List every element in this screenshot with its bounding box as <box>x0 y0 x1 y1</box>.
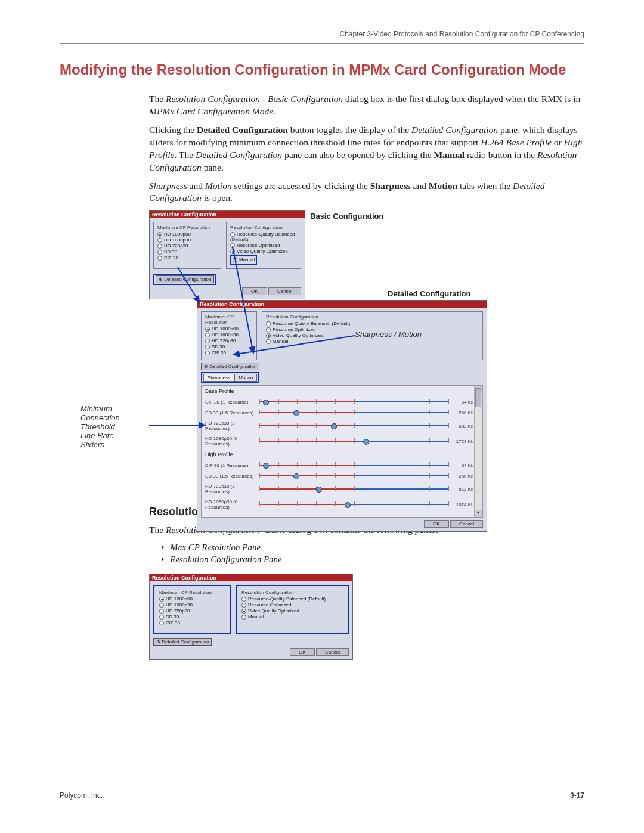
slider-row: SD 30 (1.5 Resources)256 Kbps <box>205 473 479 479</box>
figure-zone-2: Resolution Configuration Maximum CP Reso… <box>149 574 584 660</box>
bullet-maxcp: Max CP Resolution Pane <box>161 543 584 553</box>
radio-hd1080p60-2[interactable]: HD 1080p60 <box>205 326 253 332</box>
tab-motion[interactable]: Motion <box>234 374 257 382</box>
slider-track[interactable] <box>259 423 448 429</box>
detailed-config-toggle-2[interactable]: ⊖ Detailed Configuration <box>201 363 259 370</box>
label-sharpness-motion: Sharpness / Motion <box>355 330 422 339</box>
ok-button-3[interactable]: OK <box>290 648 315 656</box>
tab-sharpness[interactable]: Sharpness <box>203 374 234 382</box>
radio-cif30-3[interactable]: CIF 30 <box>159 620 225 625</box>
detailed-config-toggle[interactable]: ⊕ Detailed Configuration <box>156 275 214 283</box>
slider-pane: Base Profile CIF 30 (1 Resource)64 KbpsS… <box>201 385 483 518</box>
highlight-rescfg-pane: Resolution Configuration Resource-Qualit… <box>236 585 349 634</box>
radio-hd1080p30-2[interactable]: HD 1080p30 <box>205 332 253 337</box>
slider-label: CIF 30 (1 Resource) <box>205 400 256 405</box>
group-max-cp-2: Maximum CP Resolution HD 1080p60 HD 1080… <box>201 311 257 360</box>
slider-track[interactable] <box>259 486 448 492</box>
detailed-config-toggle-3[interactable]: ⊕ Detailed Configuration <box>153 638 212 646</box>
section-base-profile: Base Profile <box>205 388 479 394</box>
slider-row: CIF 30 (1 Resource)64 Kbps <box>205 399 479 405</box>
bullet-rescfg: Resolution Configuration Pane <box>161 555 584 565</box>
radio-hd1080p30-3[interactable]: HD 1080p30 <box>159 602 225 608</box>
radio-cif30-2[interactable]: CIF 30 <box>205 350 253 355</box>
slider-track[interactable] <box>259 410 448 416</box>
radio-video-quality-3[interactable]: Video Quality Optimized <box>242 608 343 614</box>
paragraph-2: Clicking the Detailed Configuration butt… <box>149 124 584 174</box>
radio-sd30[interactable]: SD 30 <box>157 249 217 255</box>
section-high-profile: High Profile <box>205 451 479 457</box>
scrollbar[interactable]: ▴ ▾ <box>474 386 482 517</box>
body-text: The Resolution Configuration - Basic Con… <box>149 93 584 205</box>
slider-track[interactable] <box>259 399 448 405</box>
slider-row: HD 1080p30 (6 Resources)1728 Kbps <box>205 436 479 447</box>
ok-button-2[interactable]: OK <box>424 520 449 528</box>
radio-manual[interactable]: Manual <box>233 257 255 262</box>
radio-resource-opt[interactable]: Resource Optimized <box>230 243 297 248</box>
label-detailed-config: Detailed Configuration <box>388 289 470 298</box>
bullet-list: Max CP Resolution Pane Resolution Config… <box>161 543 584 565</box>
dialog-title-2: Resolution Configuration <box>197 301 487 308</box>
slider-label: HD 720p30 (3 Resources) <box>205 420 256 431</box>
page-title: Modifying the Resolution Configuration i… <box>60 61 584 78</box>
slider-label: SD 30 (1.5 Resources) <box>205 410 256 416</box>
radio-sd30-3[interactable]: SD 30 <box>159 614 225 620</box>
figure-zone-1: Resolution Configuration Maximum CP Reso… <box>149 210 584 491</box>
slider-label: CIF 30 (1 Resource) <box>205 463 256 468</box>
slider-track[interactable] <box>259 501 448 507</box>
slider-row: SD 30 (1.5 Resources)256 Kbps <box>205 410 479 416</box>
radio-hd720p30-3[interactable]: HD 720p30 <box>159 608 225 614</box>
dialog-detailed-config: Resolution Configuration Maximum CP Reso… <box>197 300 487 532</box>
paragraph-1: The Resolution Configuration - Basic Con… <box>149 93 584 118</box>
radio-cif30[interactable]: CIF 30 <box>157 255 217 261</box>
radio-hd720p30[interactable]: HD 720p30 <box>157 243 217 249</box>
chapter-header: Chapter 3-Video Protocols and Resolution… <box>60 30 584 38</box>
radio-hd1080p60-3[interactable]: HD 1080p60 <box>159 596 225 602</box>
ok-button[interactable]: OK <box>242 287 267 295</box>
dialog-basic-config-2: Resolution Configuration Maximum CP Reso… <box>149 574 353 660</box>
footer-company: Polycom, Inc. <box>60 791 103 800</box>
radio-hd720p30-2[interactable]: HD 720p30 <box>205 338 253 343</box>
slider-label: HD 1080p30 (6 Resources) <box>205 436 256 447</box>
group-res-config: Resolution Configuration Resource-Qualit… <box>226 222 301 269</box>
group-max-cp-3: Maximum CP Resolution HD 1080p60 HD 1080… <box>156 587 228 630</box>
group-max-cp: Maximum CP Resolution HD 1080p60 HD 1080… <box>153 222 221 269</box>
highlight-manual: Manual <box>230 255 257 265</box>
paragraph-3: Sharpness and Motion settings are access… <box>149 180 584 205</box>
dialog-basic-config: Resolution Configuration Maximum CP Reso… <box>149 210 305 299</box>
dialog-title: Resolution Configuration <box>150 211 305 218</box>
cancel-button[interactable]: Cancel <box>268 287 301 295</box>
highlight-detailed-btn: ⊕ Detailed Configuration <box>153 274 216 285</box>
cancel-button-2[interactable]: Cancel <box>450 520 483 528</box>
label-basic-config: Basic Configuration <box>310 212 384 221</box>
slider-row: CIF 30 (1 Resource)64 Kbps <box>205 462 479 468</box>
slider-track[interactable] <box>259 462 448 468</box>
slider-label: HD 1080p30 (6 Resources) <box>205 499 256 510</box>
radio-balanced[interactable]: Resource-Quality Balanced (Default) <box>230 231 297 242</box>
header-rule <box>60 43 584 44</box>
radio-manual-3[interactable]: Manual <box>242 614 343 620</box>
highlight-maxcp-pane: Maximum CP Resolution HD 1080p60 HD 1080… <box>153 585 231 634</box>
slider-row: HD 720p30 (3 Resources)832 Kbps <box>205 420 479 431</box>
highlight-tabs: SharpnessMotion <box>201 372 259 383</box>
cancel-button-3[interactable]: Cancel <box>316 648 349 656</box>
slider-track[interactable] <box>259 438 448 444</box>
radio-manual-2[interactable]: Manual <box>266 339 479 344</box>
radio-sd30-2[interactable]: SD 30 <box>205 344 253 349</box>
radio-hd1080p30[interactable]: HD 1080p30 <box>157 237 217 243</box>
group-res-config-3: Resolution Configuration Resource-Qualit… <box>238 587 346 624</box>
radio-balanced-3[interactable]: Resource-Quality Balanced (Default) <box>242 596 343 602</box>
radio-resource-opt-3[interactable]: Resource Optimized <box>242 602 343 608</box>
radio-hd1080p60[interactable]: HD 1080p60 <box>157 231 217 237</box>
slider-label: SD 30 (1.5 Resources) <box>205 473 256 479</box>
footer-page: 3-17 <box>570 791 584 800</box>
slider-row: HD 720p30 (3 Resources)512 Kbps <box>205 484 479 494</box>
dialog-title-3: Resolution Configuration <box>150 574 352 581</box>
slider-row: HD 1080p30 (6 Resources)1024 Kbps <box>205 499 479 510</box>
slider-label: HD 720p30 (3 Resources) <box>205 484 256 494</box>
radio-video-quality[interactable]: Video Quality Optimized <box>230 249 297 254</box>
label-sliders: Minimum Connection Threshold Line Rate S… <box>80 404 146 449</box>
slider-track[interactable] <box>259 473 448 479</box>
radio-balanced-2[interactable]: Resource-Quality Balanced (Default) <box>266 321 479 326</box>
